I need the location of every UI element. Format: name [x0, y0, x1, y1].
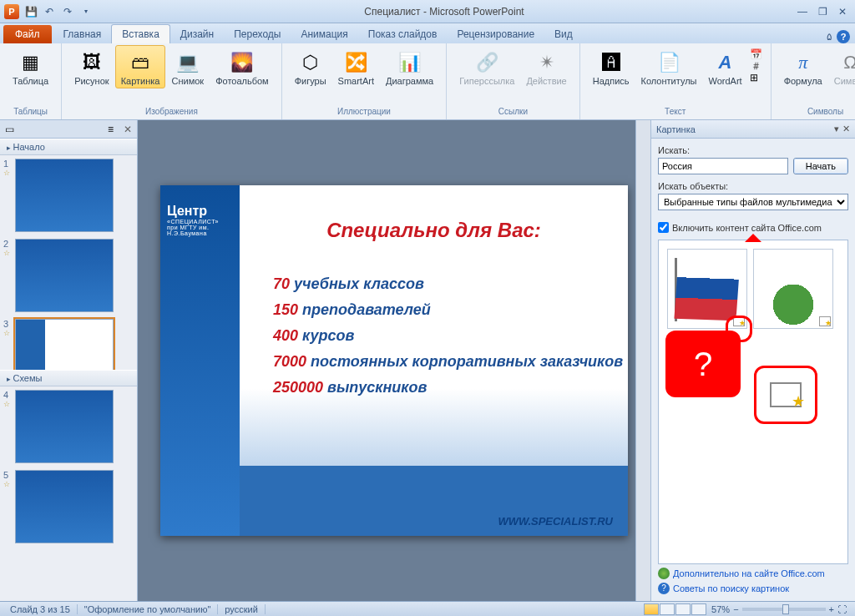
search-label: Искать:: [658, 145, 848, 155]
restore-icon[interactable]: ❐: [813, 3, 832, 21]
view-sorter-button[interactable]: [660, 603, 675, 615]
vertical-scrollbar[interactable]: [635, 120, 650, 601]
textbox-button[interactable]: 🅰Надпись: [587, 45, 635, 88]
window-title: Специалист - Microsoft PowerPoint: [95, 6, 793, 18]
slide-canvas: Центр«СПЕЦИАЛИСТ»при МГТУ им. Н.Э.Бауман…: [138, 120, 650, 601]
slide-thumb-3[interactable]: [15, 319, 114, 370]
symbol-button[interactable]: ΩСимвол: [828, 45, 855, 88]
slide-thumb-2[interactable]: [15, 239, 114, 312]
tab-animation[interactable]: Анимация: [291, 25, 357, 43]
datetime-icon[interactable]: 📅: [750, 48, 762, 60]
slide-thumb-1[interactable]: [15, 159, 114, 232]
annotation-zoom: [754, 366, 817, 424]
wordart-icon: A: [712, 49, 739, 76]
outline-tab-icon[interactable]: ≡: [103, 124, 119, 135]
equation-icon: π: [790, 49, 817, 76]
zoom-out-button[interactable]: −: [733, 604, 738, 614]
wordart-button[interactable]: AWordArt: [703, 45, 748, 88]
group-symbols: Символы: [807, 105, 843, 118]
current-slide[interactable]: Центр«СПЕЦИАЛИСТ»при МГТУ им. Н.Э.Бауман…: [160, 185, 628, 536]
taskpane-menu-icon[interactable]: ▾: [834, 124, 839, 134]
slide-thumb-4[interactable]: [15, 390, 114, 463]
symbol-icon: Ω: [837, 49, 855, 76]
hyperlink-button[interactable]: 🔗Гиперссылка: [453, 45, 520, 88]
section-scheme[interactable]: Схемы: [0, 370, 137, 386]
tab-review[interactable]: Рецензирование: [447, 25, 544, 43]
picture-button[interactable]: 🖼Рисунок: [68, 45, 115, 88]
smartart-button[interactable]: 🔀SmartArt: [332, 45, 380, 88]
clipart-task-pane: Картинка ▾✕ Искать: Начать Искать объект…: [650, 120, 855, 601]
chart-button[interactable]: 📊Диаграмма: [380, 45, 439, 88]
slides-outline-pane: ▭ ≡ ✕ Начало 1☆ 2☆ 3☆ Схемы 4☆ 5☆: [0, 120, 138, 601]
objects-label: Искать объекты:: [658, 181, 848, 191]
group-links: Ссылки: [498, 105, 528, 118]
object-icon[interactable]: ⊞: [750, 72, 762, 83]
hint-icon: ?: [658, 583, 670, 594]
hints-link[interactable]: ?Советы по поиску картинок: [658, 583, 848, 594]
status-theme: "Оформление по умолчанию": [78, 604, 219, 614]
animated-clip-icon: [819, 316, 831, 326]
slides-tab-icon[interactable]: ▭: [0, 124, 14, 135]
table-button[interactable]: ▦Таблица: [7, 45, 54, 88]
office-link[interactable]: Дополнительно на сайте Office.com: [658, 568, 848, 579]
close-icon[interactable]: ✕: [833, 3, 852, 21]
save-icon[interactable]: 💾: [22, 3, 40, 21]
taskpane-title: Картинка: [656, 124, 696, 134]
tab-view[interactable]: Вид: [544, 25, 583, 43]
qat-customize-icon[interactable]: ▾: [77, 3, 95, 21]
action-button[interactable]: ✴Действие: [520, 45, 572, 88]
screenshot-button[interactable]: 💻Снимок: [165, 45, 210, 88]
view-reading-button[interactable]: [675, 603, 691, 615]
headerfooter-button[interactable]: 📄Колонтитулы: [635, 45, 703, 88]
album-button[interactable]: 🌄Фотоальбом: [210, 45, 275, 88]
pane-close-icon[interactable]: ✕: [119, 124, 137, 135]
hyperlink-icon: 🔗: [473, 49, 500, 76]
status-lang: русский: [218, 604, 265, 614]
equation-button[interactable]: πФормула: [778, 45, 828, 88]
group-illustrations: Иллюстрации: [337, 105, 391, 118]
zoom-in-button[interactable]: +: [829, 604, 834, 614]
slide-number-icon[interactable]: #️: [750, 60, 762, 72]
clipart-results: ?: [658, 240, 848, 564]
view-normal-button[interactable]: [644, 603, 659, 615]
clipart-result-2[interactable]: [753, 249, 833, 329]
tab-slideshow[interactable]: Показ слайдов: [358, 25, 448, 43]
minimize-icon[interactable]: —: [793, 3, 812, 21]
chart-icon: 📊: [397, 49, 423, 76]
ribbon-minimize-icon[interactable]: ۵: [827, 31, 832, 43]
media-types-select[interactable]: Выбранные типы файлов мультимедиа: [658, 194, 848, 210]
group-images: Изображения: [145, 105, 198, 118]
headerfooter-icon: 📄: [655, 49, 682, 76]
shapes-button[interactable]: ⬡Фигуры: [289, 45, 332, 88]
annotation-highlight-small: [726, 316, 752, 342]
globe-icon: [658, 568, 670, 579]
table-icon: ▦: [18, 49, 44, 76]
search-input[interactable]: [658, 158, 788, 174]
animated-clip-icon-large: [770, 382, 802, 407]
tab-home[interactable]: Главная: [53, 25, 112, 43]
search-go-button[interactable]: Начать: [793, 158, 848, 174]
slide-title: Специально для Вас:: [240, 219, 628, 242]
group-tables: Таблицы: [13, 105, 48, 118]
view-slideshow-button[interactable]: [691, 603, 706, 615]
redo-icon[interactable]: ↷: [58, 3, 77, 21]
zoom-slider[interactable]: [742, 608, 826, 611]
picture-icon: 🖼: [78, 49, 105, 76]
clipart-button[interactable]: 🗃Картинка: [115, 45, 166, 88]
tab-design[interactable]: Дизайн: [170, 25, 224, 43]
slide-list: 70 учебных классов 150 преподавателей 40…: [273, 275, 628, 396]
logo: Центр«СПЕЦИАЛИСТ»при МГТУ им. Н.Э.Бауман…: [167, 204, 240, 236]
action-icon: ✴: [534, 49, 560, 76]
section-start[interactable]: Начало: [0, 139, 137, 155]
tab-file[interactable]: Файл: [3, 25, 52, 43]
undo-icon[interactable]: ↶: [40, 3, 58, 21]
textbox-icon: 🅰: [598, 49, 625, 76]
help-icon[interactable]: ?: [837, 30, 850, 43]
fit-to-window-button[interactable]: ⛶: [837, 604, 847, 614]
screenshot-icon: 💻: [175, 49, 201, 76]
slide-thumb-5[interactable]: [15, 470, 114, 543]
tab-transitions[interactable]: Переходы: [224, 25, 291, 43]
clipart-icon: 🗃: [127, 49, 154, 76]
taskpane-close-icon[interactable]: ✕: [842, 124, 850, 134]
tab-insert[interactable]: Вставка: [111, 24, 170, 43]
